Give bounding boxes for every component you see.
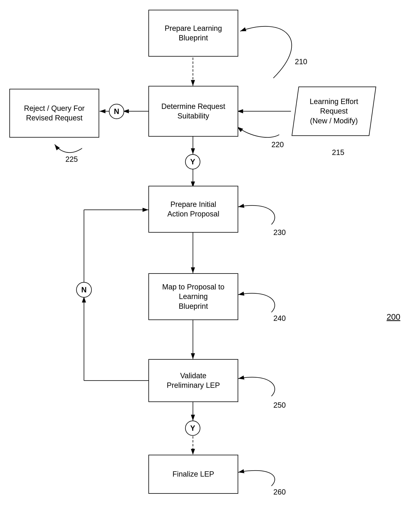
circle-y2-node: Y <box>185 421 200 436</box>
label-260: 260 <box>273 488 286 496</box>
circle-y1-label: Y <box>190 158 195 166</box>
finalize-lep-label: Finalize LEP <box>172 469 214 479</box>
label-230: 230 <box>273 228 286 237</box>
prepare-initial-label: Prepare InitialAction Proposal <box>167 200 219 219</box>
circle-n2-label: N <box>81 286 87 294</box>
validate-lep-box: ValidatePreliminary LEP <box>148 359 238 402</box>
prepare-initial-box: Prepare InitialAction Proposal <box>148 186 238 233</box>
reject-query-label: Reject / Query For Revised Request <box>12 104 97 123</box>
circle-n2-node: N <box>76 282 92 298</box>
label-215: 215 <box>332 148 344 157</box>
arrows-svg <box>0 0 412 532</box>
map-proposal-box: Map to Proposal toLearningBlueprint <box>148 273 238 320</box>
prepare-learning-blueprint-label: Prepare Learning Blueprint <box>151 24 236 43</box>
circle-y1-node: Y <box>185 154 200 169</box>
validate-lep-label: ValidatePreliminary LEP <box>167 371 220 390</box>
label-220: 220 <box>271 141 284 149</box>
circle-y2-label: Y <box>190 424 195 432</box>
label-240: 240 <box>273 314 286 323</box>
label-210: 210 <box>295 57 307 66</box>
determine-request-label: Determine Request Suitability <box>151 102 236 121</box>
determine-request-box: Determine Request Suitability <box>148 86 238 137</box>
diagram-container: Prepare Learning Blueprint Determine Req… <box>0 0 412 532</box>
label-200: 200 <box>387 312 400 322</box>
circle-n1-node: N <box>109 104 124 119</box>
map-proposal-label: Map to Proposal toLearningBlueprint <box>162 282 225 311</box>
label-250: 250 <box>273 401 286 409</box>
label-225: 225 <box>65 155 78 163</box>
circle-n1-label: N <box>114 107 119 116</box>
learning-effort-box: Learning EffortRequest(New / Modify) <box>291 86 377 137</box>
prepare-learning-blueprint-box: Prepare Learning Blueprint <box>148 10 238 57</box>
reject-query-box: Reject / Query For Revised Request <box>9 89 99 138</box>
learning-effort-label: Learning EffortRequest(New / Modify) <box>310 97 358 126</box>
finalize-lep-box: Finalize LEP <box>148 455 238 494</box>
